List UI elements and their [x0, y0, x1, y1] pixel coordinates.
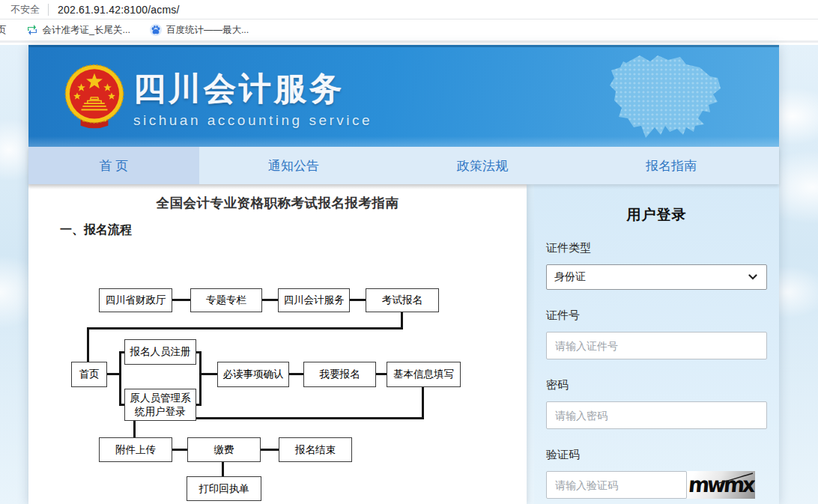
captcha-image[interactable]: mwmx: [687, 471, 755, 499]
id-type-select[interactable]: 身份证: [546, 264, 767, 290]
flow-node-register: 报名人员注册: [124, 339, 196, 365]
browser-address-bar[interactable]: 不安全 202.61.91.42:8100/acms/: [0, 0, 818, 19]
page-title: 全国会计专业资格职称考试报名报考指南: [28, 184, 527, 212]
nav-tab-registration-guide[interactable]: 报名指南: [577, 147, 766, 184]
flow-node-print-receipt: 打印回执单: [187, 476, 261, 501]
id-type-value: 身份证: [554, 270, 586, 284]
flow-node-home: 首页: [71, 362, 107, 387]
main-navigation: 首 页 通知公告 政策法规 报名指南: [28, 147, 779, 184]
flow-node-basic-info: 基本信息填写: [387, 362, 461, 387]
retweet-icon: [26, 24, 38, 36]
id-type-label: 证件类型: [546, 241, 767, 255]
bookmarks-bar: 页 会计准考证_长尾关... 百度统计——最大...: [0, 19, 818, 43]
login-panel: 用户登录 证件类型 身份证 证件号 密码 验证码 mwmx: [534, 184, 779, 504]
bookmark-label: 页: [0, 24, 7, 37]
chevron-down-icon: [748, 274, 757, 280]
bookmark-accounting[interactable]: 会计准考证_长尾关...: [19, 19, 138, 40]
section-title: 一、报名流程: [60, 222, 527, 238]
nav-tab-policies[interactable]: 政策法规: [388, 147, 577, 184]
login-title: 用户登录: [546, 205, 767, 225]
url-separator: [48, 4, 49, 16]
nav-tab-home[interactable]: 首 页: [28, 147, 199, 184]
flow-node-exam-registration: 考试报名: [366, 288, 439, 312]
bookmark-label: 会计准考证_长尾关...: [43, 24, 130, 37]
id-number-input[interactable]: [546, 332, 767, 359]
flow-node-attachment-upload: 附件上传: [99, 437, 172, 462]
password-input[interactable]: [546, 401, 767, 429]
site-title: 四川会计服务: [133, 67, 372, 111]
flow-node-confirm-notes: 必读事项确认: [217, 362, 289, 387]
sichuan-map-graphic: [587, 49, 752, 147]
nav-tab-notices[interactable]: 通知公告: [199, 147, 388, 184]
flow-node-finance-dept: 四川省财政厅: [99, 288, 172, 312]
national-emblem-logo: [60, 61, 129, 132]
flow-node-legacy-login: 原人员管理系统用户登录: [124, 389, 196, 421]
content-gap: [527, 184, 534, 504]
captcha-input[interactable]: [546, 471, 687, 499]
bookmark-label: 百度统计——最大...: [166, 24, 249, 37]
site-banner: 四川会计服务 sichuan accounting service: [28, 45, 779, 147]
site-page: 四川会计服务 sichuan accounting service 首 页 通知…: [28, 45, 779, 504]
url-text[interactable]: 202.61.91.42:8100/acms/: [58, 4, 180, 16]
security-warning-label[interactable]: 不安全: [10, 3, 40, 16]
bookmark-clipped[interactable]: 页: [0, 19, 14, 40]
captcha-noise-line: [687, 471, 755, 499]
flow-node-special-column: 专题专栏: [190, 288, 262, 312]
password-label: 密码: [546, 378, 767, 392]
flow-node-finish: 报名结束: [279, 437, 352, 462]
main-content: 全国会计专业资格职称考试报名报考指南 一、报名流程: [28, 184, 527, 504]
site-subtitle: sichuan accounting service: [133, 112, 372, 129]
flow-node-payment: 缴费: [187, 437, 261, 462]
flow-node-apply: 我要报名: [303, 362, 376, 387]
baidu-paw-icon: [150, 24, 162, 36]
bookmark-baidu-stats[interactable]: 百度统计——最大...: [142, 19, 256, 40]
flow-node-accounting-service: 四川会计服务: [278, 288, 350, 312]
id-number-label: 证件号: [546, 309, 767, 323]
captcha-label: 验证码: [546, 448, 767, 462]
